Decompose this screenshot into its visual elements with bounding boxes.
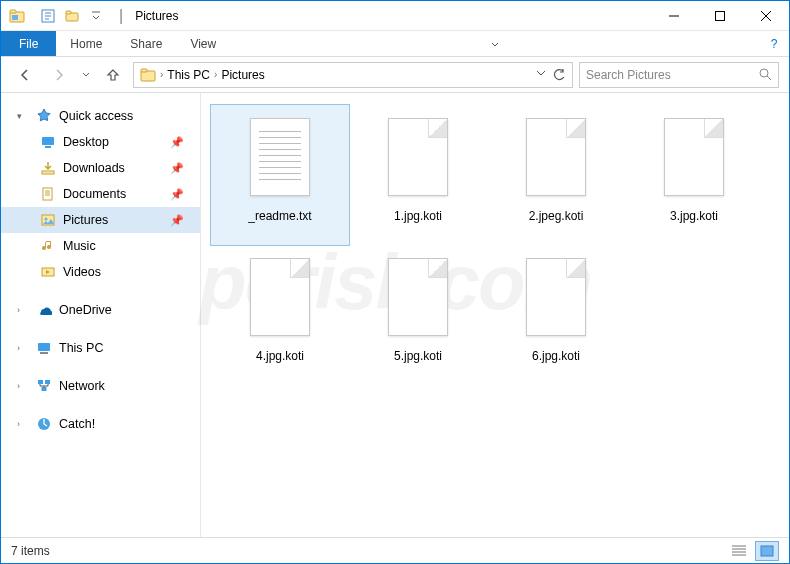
sidebar-quick-access[interactable]: ▾ Quick access — [1, 103, 200, 129]
file-list[interactable]: _readme.txt1.jpg.koti2.jpeg.koti3.jpg.ko… — [201, 93, 789, 537]
file-tab[interactable]: File — [1, 31, 56, 56]
videos-icon — [39, 263, 57, 281]
svg-rect-12 — [42, 171, 54, 174]
file-icon — [521, 113, 591, 201]
status-bar: 7 items — [1, 537, 789, 563]
chevron-right-icon[interactable]: › — [17, 419, 29, 429]
file-item[interactable]: _readme.txt — [211, 105, 349, 245]
sidebar-item-thispc[interactable]: ›This PC — [1, 335, 200, 361]
pin-icon: 📌 — [170, 214, 184, 227]
recent-dropdown-icon[interactable] — [79, 61, 93, 89]
svg-rect-8 — [141, 69, 147, 72]
explorer-icon — [9, 8, 25, 24]
file-item[interactable]: 1.jpg.koti — [349, 105, 487, 245]
sidebar-item-videos[interactable]: Videos — [1, 259, 200, 285]
svg-point-9 — [760, 69, 768, 77]
folder-icon — [140, 67, 156, 83]
svg-rect-21 — [42, 387, 47, 391]
window-title: Pictures — [135, 9, 178, 23]
details-view-button[interactable] — [727, 541, 751, 561]
ribbon-tab-share[interactable]: Share — [116, 31, 176, 56]
svg-rect-18 — [40, 352, 48, 354]
music-icon — [39, 237, 57, 255]
file-icon — [383, 113, 453, 201]
navigation-bar: › This PC › Pictures Search Pictures — [1, 57, 789, 93]
file-label: 1.jpg.koti — [394, 209, 442, 223]
search-input[interactable]: Search Pictures — [579, 62, 779, 88]
navigation-pane: ▾ Quick access Desktop📌Downloads📌Documen… — [1, 93, 201, 537]
file-item[interactable]: 4.jpg.koti — [211, 245, 349, 385]
new-folder-icon[interactable] — [61, 5, 83, 27]
svg-rect-19 — [38, 380, 43, 384]
ribbon-tab-home[interactable]: Home — [56, 31, 116, 56]
svg-rect-5 — [66, 11, 71, 14]
icons-view-button[interactable] — [755, 541, 779, 561]
documents-icon — [39, 185, 57, 203]
address-bar[interactable]: › This PC › Pictures — [133, 62, 573, 88]
sidebar-item-music[interactable]: Music — [1, 233, 200, 259]
pictures-icon — [39, 211, 57, 229]
sidebar-item-desktop[interactable]: Desktop📌 — [1, 129, 200, 155]
minimize-button[interactable] — [651, 1, 697, 31]
chevron-right-icon[interactable]: › — [17, 305, 29, 315]
chevron-right-icon[interactable]: › — [160, 69, 163, 80]
content-area: ▾ Quick access Desktop📌Downloads📌Documen… — [1, 93, 789, 537]
file-item[interactable]: 6.jpg.koti — [487, 245, 625, 385]
sidebar-item-label: OneDrive — [59, 303, 112, 317]
file-icon — [521, 253, 591, 341]
back-button[interactable] — [11, 61, 39, 89]
status-item-count: 7 items — [11, 544, 50, 558]
file-label: 3.jpg.koti — [670, 209, 718, 223]
file-label: 2.jpeg.koti — [529, 209, 584, 223]
sidebar-item-downloads[interactable]: Downloads📌 — [1, 155, 200, 181]
sidebar-item-network[interactable]: ›Network — [1, 373, 200, 399]
breadcrumb-item[interactable]: Pictures — [221, 68, 264, 82]
network-icon — [35, 377, 53, 395]
thispc-icon — [35, 339, 53, 357]
catch-icon — [35, 415, 53, 433]
file-item[interactable]: 5.jpg.koti — [349, 245, 487, 385]
chevron-down-icon[interactable]: ▾ — [17, 111, 29, 121]
ribbon-tab-view[interactable]: View — [176, 31, 230, 56]
forward-button[interactable] — [45, 61, 73, 89]
svg-rect-11 — [45, 146, 51, 148]
up-button[interactable] — [99, 61, 127, 89]
svg-rect-13 — [43, 188, 52, 200]
desktop-icon — [39, 133, 57, 151]
sidebar-item-onedrive[interactable]: ›OneDrive — [1, 297, 200, 323]
properties-icon[interactable] — [37, 5, 59, 27]
search-placeholder: Search Pictures — [586, 68, 671, 82]
pin-icon: 📌 — [170, 162, 184, 175]
maximize-button[interactable] — [697, 1, 743, 31]
sidebar-item-label: Documents — [63, 187, 126, 201]
sidebar-item-documents[interactable]: Documents📌 — [1, 181, 200, 207]
chevron-right-icon[interactable]: › — [214, 69, 217, 80]
sidebar-item-label: Network — [59, 379, 105, 393]
svg-rect-10 — [42, 137, 54, 145]
breadcrumb-item[interactable]: This PC — [167, 68, 210, 82]
ribbon-expand-icon[interactable] — [480, 31, 510, 56]
chevron-right-icon[interactable]: › — [17, 343, 29, 353]
svg-point-15 — [45, 218, 48, 221]
star-icon — [35, 107, 53, 125]
chevron-right-icon[interactable]: › — [17, 381, 29, 391]
file-item[interactable]: 2.jpeg.koti — [487, 105, 625, 245]
file-label: 5.jpg.koti — [394, 349, 442, 363]
file-icon — [659, 113, 729, 201]
pin-icon: 📌 — [170, 188, 184, 201]
sidebar-item-catch[interactable]: ›Catch! — [1, 411, 200, 437]
file-item[interactable]: 3.jpg.koti — [625, 105, 763, 245]
sidebar-item-pictures[interactable]: Pictures📌 — [1, 207, 200, 233]
address-dropdown-icon[interactable] — [536, 68, 546, 82]
sidebar-item-label: Catch! — [59, 417, 95, 431]
file-icon — [245, 113, 315, 201]
downloads-icon — [39, 159, 57, 177]
close-button[interactable] — [743, 1, 789, 31]
explorer-window: pcrisk.com | Pictures — [0, 0, 790, 564]
sidebar-item-label: This PC — [59, 341, 103, 355]
refresh-icon[interactable] — [552, 68, 566, 82]
sidebar-item-label: Pictures — [63, 213, 108, 227]
ribbon-help-icon[interactable]: ? — [759, 31, 789, 56]
qat-dropdown-icon[interactable] — [85, 5, 107, 27]
svg-rect-23 — [761, 546, 773, 556]
